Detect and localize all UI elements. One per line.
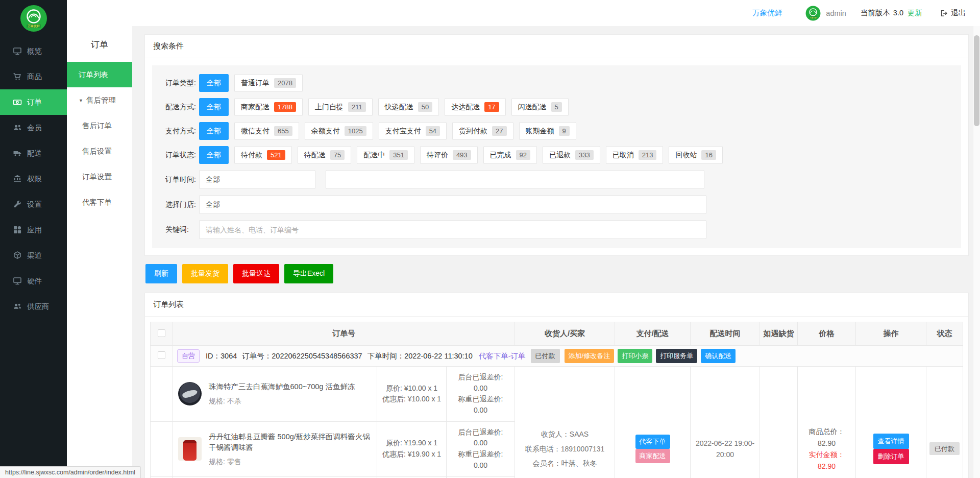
row-checkbox-cell: [151, 346, 173, 367]
count-badge: 655: [274, 126, 292, 136]
store-link[interactable]: 万象优鲜: [752, 8, 782, 18]
paid-status-badge: 已付款: [531, 349, 560, 363]
filter-option-button[interactable]: 快递配送50: [378, 98, 439, 116]
sidebar-item-apps[interactable]: 应用: [0, 217, 67, 243]
filter-option-button[interactable]: 已取消213: [606, 146, 664, 164]
filter-option-button[interactable]: 上门自提211: [308, 98, 373, 116]
status-badge: 已付款: [929, 442, 960, 455]
sidebar-item-overview[interactable]: 概览: [0, 38, 67, 64]
keyword-input[interactable]: [199, 220, 706, 239]
self-operated-tag: 自营: [177, 349, 200, 363]
op-button[interactable]: 查看详情: [873, 434, 909, 449]
order-action-badge[interactable]: 打印小票: [618, 349, 652, 363]
sidebar-item-delivery[interactable]: 配送: [0, 140, 67, 166]
submenu-item-aftersale-orders[interactable]: 售后订单: [67, 113, 132, 138]
filter-option-button[interactable]: 普通订单2078: [234, 74, 303, 92]
filter-option-button[interactable]: 闪送配送5: [511, 98, 569, 116]
row-checkbox[interactable]: [158, 351, 165, 359]
filter-option-button[interactable]: 待评价493: [420, 146, 478, 164]
shortage-cell: [760, 367, 798, 478]
filter-option-button[interactable]: 已退款333: [543, 146, 600, 164]
filter-option-button[interactable]: 货到付款27: [452, 122, 513, 140]
submenu-item-aftersale-settings[interactable]: 售后设置: [67, 138, 132, 164]
total-price: 82.90: [801, 438, 852, 449]
action-button[interactable]: 导出Execl: [284, 264, 333, 283]
filter-option-button[interactable]: 回收站16: [669, 146, 722, 164]
order-list-panel: 订单列表 订单号 收货人/买家 支付/配送: [144, 293, 969, 478]
order-action-badge[interactable]: 打印服务单: [656, 349, 697, 363]
filter-option-button[interactable]: 余额支付1025: [305, 122, 373, 140]
action-button[interactable]: 批量送达: [233, 264, 279, 283]
filter-option-button[interactable]: 账期金额9: [519, 122, 576, 140]
filter-option-button[interactable]: 商家配送1788: [234, 98, 303, 116]
logout-button[interactable]: 退出: [940, 8, 966, 18]
truck-icon: [13, 149, 22, 158]
pay-delivery-badge: 代客下单: [635, 435, 670, 449]
filter-option-button[interactable]: 待配送75: [298, 146, 351, 164]
valet-order-link[interactable]: 代客下单-订单: [479, 351, 526, 361]
action-button[interactable]: 批量发货: [182, 264, 228, 283]
refund-diff-cell: 后台已退差价:0.00 称重已退差价:0.00: [447, 367, 515, 422]
filter-label: 订单时间:: [152, 175, 199, 184]
select-all-checkbox[interactable]: [158, 329, 165, 337]
search-panel: 搜索条件 订单类型: 全部普通订单2078 配送方式:: [144, 34, 969, 256]
order-action-badge[interactable]: 确认配送: [701, 349, 736, 363]
page-title: 订单: [67, 26, 132, 62]
action-button[interactable]: 刷新: [145, 264, 177, 283]
bank-icon: [13, 174, 22, 183]
store-select[interactable]: [199, 195, 706, 214]
tools-icon: [13, 200, 22, 209]
filter-option-button[interactable]: 支付宝支付54: [379, 122, 447, 140]
filter-row: 订单类型: 全部普通订单2078: [152, 74, 961, 92]
scrollbar-track[interactable]: [973, 26, 980, 478]
product-price-cell: 原价: ¥19.90 x 1 优惠后: ¥19.90 x 1: [377, 421, 447, 476]
sidebar-item-goods[interactable]: 商品: [0, 64, 67, 89]
svg-text:万象优鲜: 万象优鲜: [28, 25, 40, 28]
username[interactable]: admin: [826, 9, 846, 17]
sidebar-item-label: 硬件: [27, 276, 42, 286]
order-sn: 2022062250545348566337: [272, 352, 362, 360]
sidebar-item-channels[interactable]: 渠道: [0, 243, 67, 268]
submenu-item-order-list[interactable]: 订单列表: [67, 62, 132, 87]
pay-delivery-badge: 商家配送: [635, 449, 670, 463]
product-name: 丹丹红油郫县豆瓣酱 500g/瓶炒菜拌面调料酱火锅干锅酱调味酱: [209, 432, 372, 453]
product-spec: 规格: 零售: [209, 458, 372, 467]
sidebar-item-orders[interactable]: 订单: [0, 89, 67, 115]
primary-nav: 概览 商品 订单 会员 配送 权限: [0, 38, 67, 319]
sidebar-item-settings[interactable]: 设置: [0, 192, 67, 217]
filter-option-button[interactable]: 配送中351: [357, 146, 414, 164]
member-name: 会员名：叶落、秋冬: [518, 456, 611, 471]
submenu-item-aftersale-group[interactable]: ▼售后管理: [67, 87, 132, 113]
order-action-badge[interactable]: 添加/修改备注: [565, 349, 615, 363]
scrollbar-thumb[interactable]: [974, 35, 979, 126]
receiver: 收货人：SAAS: [518, 427, 611, 442]
sidebar-item-permissions[interactable]: 权限: [0, 166, 67, 192]
order-id: 3064: [220, 352, 237, 360]
update-link[interactable]: 更新: [908, 8, 922, 18]
sidebar-item-hardware[interactable]: 硬件: [0, 268, 67, 294]
order-time-range-input[interactable]: [326, 170, 704, 189]
col-price: 价格: [798, 322, 856, 346]
filter-option-button[interactable]: 全部: [199, 146, 229, 164]
order-time-select[interactable]: [199, 170, 315, 189]
sidebar-item-label: 概览: [27, 46, 42, 56]
sidebar-item-members[interactable]: 会员: [0, 115, 67, 140]
svg-text:万象优鲜: 万象优鲜: [810, 16, 817, 18]
sidebar-item-suppliers[interactable]: 供应商: [0, 294, 67, 319]
filter-option-button[interactable]: 达达配送17: [445, 98, 505, 116]
user-avatar[interactable]: 万象优鲜: [805, 6, 821, 21]
filter-option-button[interactable]: 微信支付655: [234, 122, 299, 140]
sidebar-item-label: 供应商: [27, 302, 50, 312]
filter-option-button[interactable]: 全部: [199, 74, 229, 92]
submenu-item-valet-order[interactable]: 代客下单: [67, 189, 132, 215]
version-number: 3.0: [893, 9, 903, 17]
users-icon: [13, 302, 22, 311]
filter-option-button[interactable]: 全部: [199, 98, 229, 116]
filter-option-button[interactable]: 全部: [199, 122, 229, 140]
submenu-item-order-settings[interactable]: 订单设置: [67, 164, 132, 189]
filter-option-button[interactable]: 已完成92: [483, 146, 537, 164]
op-button[interactable]: 删除订单: [873, 449, 909, 464]
count-badge: 16: [701, 150, 716, 160]
product-row: 珠海特产三去白蕉海鲈鱼600~700g 活鱼鲜冻 规格: 不杀 原价: ¥10.…: [151, 367, 963, 422]
filter-option-button[interactable]: 待付款521: [234, 146, 292, 164]
